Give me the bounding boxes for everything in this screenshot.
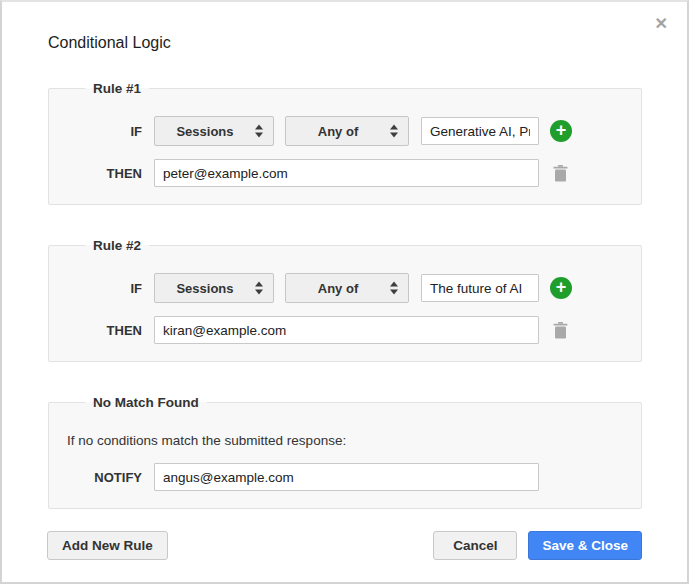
no-match-legend: No Match Found bbox=[85, 395, 207, 410]
dialog-footer: Add New Rule Cancel Save & Close bbox=[2, 531, 687, 560]
rule-1-if-row: IF Sessions Any of + bbox=[67, 116, 623, 146]
delete-rule-icon[interactable] bbox=[553, 322, 568, 339]
add-value-icon[interactable]: + bbox=[550, 277, 572, 299]
notify-label: NOTIFY bbox=[67, 470, 142, 485]
rule-2-then-input[interactable] bbox=[154, 316, 539, 344]
delete-rule-icon[interactable] bbox=[553, 165, 568, 182]
select-spinner-icon bbox=[390, 125, 398, 138]
rule-2-condition-select[interactable]: Any of bbox=[285, 273, 409, 303]
then-label: THEN bbox=[67, 323, 142, 338]
if-label: IF bbox=[67, 281, 142, 296]
rule-2-section: Rule #2 IF Sessions Any of + THEN bbox=[48, 238, 642, 362]
then-label: THEN bbox=[67, 166, 142, 181]
add-new-rule-button[interactable]: Add New Rule bbox=[47, 531, 168, 560]
rule-2-legend: Rule #2 bbox=[85, 238, 149, 253]
notify-input[interactable] bbox=[154, 463, 539, 491]
rule-1-condition-select-value: Any of bbox=[318, 124, 358, 139]
notify-row: NOTIFY bbox=[67, 463, 623, 491]
select-spinner-icon bbox=[255, 125, 263, 138]
select-spinner-icon bbox=[390, 282, 398, 295]
rule-2-if-row: IF Sessions Any of + bbox=[67, 273, 623, 303]
no-match-description: If no conditions match the submitted res… bbox=[67, 433, 623, 448]
rule-2-field-select[interactable]: Sessions bbox=[154, 273, 274, 303]
add-value-icon[interactable]: + bbox=[550, 120, 572, 142]
rule-1-field-select[interactable]: Sessions bbox=[154, 116, 274, 146]
conditional-logic-dialog: ✕ Conditional Logic Rule #1 IF Sessions … bbox=[0, 0, 689, 584]
rule-1-field-select-value: Sessions bbox=[176, 124, 233, 139]
page-title: Conditional Logic bbox=[48, 34, 642, 52]
rule-2-value-input[interactable] bbox=[421, 274, 539, 302]
close-icon[interactable]: ✕ bbox=[655, 16, 668, 32]
rule-2-condition-select-value: Any of bbox=[318, 281, 358, 296]
rule-2-field-select-value: Sessions bbox=[176, 281, 233, 296]
select-spinner-icon bbox=[255, 282, 263, 295]
rule-1-legend: Rule #1 bbox=[85, 81, 149, 96]
if-label: IF bbox=[67, 124, 142, 139]
no-match-section: No Match Found If no conditions match th… bbox=[48, 395, 642, 509]
rule-2-then-row: THEN bbox=[67, 316, 623, 344]
rule-1-condition-select[interactable]: Any of bbox=[285, 116, 409, 146]
rule-1-value-input[interactable] bbox=[421, 117, 539, 145]
save-close-button[interactable]: Save & Close bbox=[528, 531, 642, 560]
rule-1-then-input[interactable] bbox=[154, 159, 539, 187]
cancel-button[interactable]: Cancel bbox=[433, 531, 517, 560]
rule-1-section: Rule #1 IF Sessions Any of + THEN bbox=[48, 81, 642, 205]
rule-1-then-row: THEN bbox=[67, 159, 623, 187]
